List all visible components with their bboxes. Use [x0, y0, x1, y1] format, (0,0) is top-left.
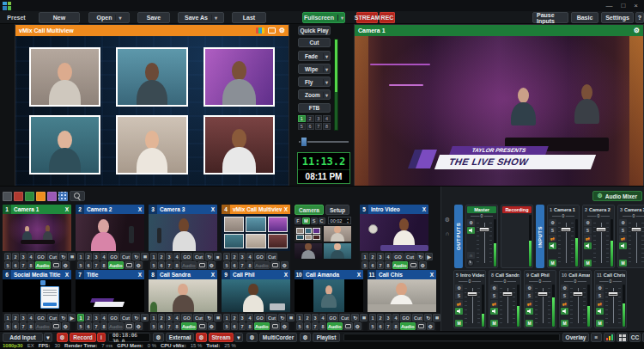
stop-icon[interactable]: ■: [141, 314, 149, 321]
stinger-3-button[interactable]: 3: [315, 115, 323, 122]
multiview-slot-button[interactable]: 6: [12, 261, 19, 269]
stream-settings-gear-icon[interactable]: ⚙: [196, 333, 207, 342]
cut-button[interactable]: Cut: [266, 253, 277, 260]
volume-fader[interactable]: [499, 286, 516, 325]
volume-fader[interactable]: [592, 221, 610, 265]
maximize-button[interactable]: □: [621, 0, 625, 11]
pan-slider[interactable]: 0: [529, 279, 551, 285]
multiview-slot-button[interactable]: 3: [93, 314, 100, 321]
multiview-slot-button[interactable]: 3: [20, 253, 27, 260]
multiview-slot-button[interactable]: 2: [85, 253, 92, 260]
pan-slider[interactable]: 0: [494, 279, 516, 285]
multiview-slot-button[interactable]: 7: [385, 322, 392, 330]
multiview-slot-button[interactable]: 5: [223, 261, 230, 269]
mute-button[interactable]: M: [619, 260, 627, 266]
monitor-icon[interactable]: [197, 322, 207, 330]
mute-button[interactable]: M: [561, 320, 568, 327]
monitor-icon[interactable]: [416, 322, 426, 330]
input-close-button[interactable]: X: [136, 272, 144, 278]
transition-wipe-button[interactable]: Wipe▾: [298, 64, 331, 74]
multiview-slot-button[interactable]: 7: [377, 261, 384, 269]
help-button[interactable]: ?: [635, 12, 644, 23]
pause-icon[interactable]: ▮▮: [360, 314, 368, 321]
input-panel-call-chis[interactable]: 11 Call Chis X 1 2 3 4: [368, 270, 436, 332]
call-thumb-multiview[interactable]: [295, 226, 322, 242]
multiview-slot-button[interactable]: 7: [239, 261, 246, 269]
call-setup-button[interactable]: Setup: [325, 205, 349, 215]
multiview-slot-button[interactable]: 2: [158, 253, 165, 260]
chevron-down-icon[interactable]: ▾: [115, 15, 121, 21]
stinger-2-button[interactable]: 2: [307, 115, 314, 122]
volume-fader[interactable]: [628, 221, 644, 265]
monitor-icon[interactable]: [270, 261, 280, 269]
solo-button[interactable]: S: [561, 292, 568, 299]
audio-button[interactable]: Audio: [181, 261, 197, 269]
new-button[interactable]: New: [39, 12, 80, 23]
multiview-slot-button[interactable]: 6: [85, 261, 92, 269]
multiview-slot-button[interactable]: 6: [304, 322, 311, 330]
multiview-slot-button[interactable]: 8: [27, 261, 34, 269]
mute-button[interactable]: M: [549, 260, 556, 266]
overlay-button[interactable]: Overlay: [562, 333, 589, 342]
loop-icon[interactable]: ↻: [424, 314, 432, 321]
play-icon[interactable]: ▶: [68, 314, 76, 321]
monitor-icon[interactable]: [197, 261, 207, 269]
multiview-slot-button[interactable]: 4: [100, 314, 107, 321]
gear-icon[interactable]: ⚙: [135, 322, 143, 330]
volume-fader[interactable]: [557, 221, 574, 265]
multiview-slot-button[interactable]: 4: [100, 253, 107, 260]
input-title-bar[interactable]: 6 Social Media Title X: [3, 270, 71, 279]
monitor-icon[interactable]: [125, 322, 134, 330]
gear-icon[interactable]: ⚙: [62, 261, 70, 269]
stream-dropdown[interactable]: ▾: [234, 333, 243, 342]
gear-icon[interactable]: ⚙: [619, 219, 627, 226]
gear-icon[interactable]: ⚙: [281, 322, 289, 330]
gear-icon[interactable]: ⚙: [490, 285, 498, 291]
multiview-slot-button[interactable]: 8: [173, 261, 180, 269]
bus-transfer-icon[interactable]: ⇄: [619, 235, 627, 242]
go-button[interactable]: GO: [108, 253, 119, 260]
call-thumb-participant[interactable]: [324, 243, 351, 259]
volume-fader[interactable]: [534, 286, 551, 325]
rec-indicator[interactable]: REC: [380, 12, 395, 23]
speaker-icon[interactable]: [526, 308, 533, 315]
multiview-slot-button[interactable]: 6: [369, 261, 376, 269]
input-thumbnail[interactable]: [222, 214, 290, 251]
input-close-button[interactable]: X: [282, 206, 290, 212]
stop-icon[interactable]: ■: [214, 253, 222, 260]
stinger-7-button[interactable]: 7: [315, 123, 323, 130]
cut-button[interactable]: Cut: [120, 314, 131, 321]
mute-button[interactable]: M: [596, 320, 604, 327]
multiview-slot-button[interactable]: 1: [150, 253, 157, 260]
multiview-slot-button[interactable]: 1: [4, 314, 11, 321]
loop-icon[interactable]: ↻: [205, 314, 213, 321]
audio-mixer-button[interactable]: ⚙ Audio Mixer: [592, 191, 642, 201]
volume-fader[interactable]: [569, 286, 586, 325]
open-button[interactable]: Open▾: [88, 12, 130, 23]
audio-button[interactable]: Audio: [327, 322, 343, 330]
pan-slider[interactable]: 0: [587, 213, 610, 219]
input-close-button[interactable]: X: [63, 206, 71, 212]
multiview-slot-button[interactable]: 2: [377, 314, 384, 321]
chevron-down-icon[interactable]: ▾: [211, 15, 217, 21]
input-thumbnail[interactable]: [368, 279, 436, 312]
multiview-slot-button[interactable]: 5: [77, 261, 84, 269]
audio-button[interactable]: Audio: [392, 261, 408, 269]
multiview-slot-button[interactable]: 2: [231, 253, 238, 260]
multiview-slot-button[interactable]: 1: [150, 314, 157, 321]
multiview-slot-button[interactable]: 3: [239, 253, 246, 260]
multiview-slot-button[interactable]: 3: [312, 314, 319, 321]
input-close-button[interactable]: X: [63, 272, 71, 278]
playlist-settings-gear-icon[interactable]: ⚙: [300, 333, 311, 342]
input-thumbnail[interactable]: [76, 214, 144, 251]
multiview-slot-button[interactable]: 8: [392, 322, 399, 330]
filter-color-gray[interactable]: [3, 192, 12, 201]
multiview-slot-button[interactable]: 4: [27, 314, 34, 321]
multiview-slot-button[interactable]: 1: [369, 314, 376, 321]
call-countdown-spinner[interactable]: 00:02▴▾: [328, 217, 351, 224]
loop-icon[interactable]: ↻: [132, 253, 140, 260]
monitor-icon[interactable]: [125, 261, 134, 269]
chevron-down-icon[interactable]: ▾: [337, 15, 343, 21]
audio-button[interactable]: Audio: [254, 322, 270, 330]
multiview-slot-button[interactable]: 8: [100, 261, 107, 269]
